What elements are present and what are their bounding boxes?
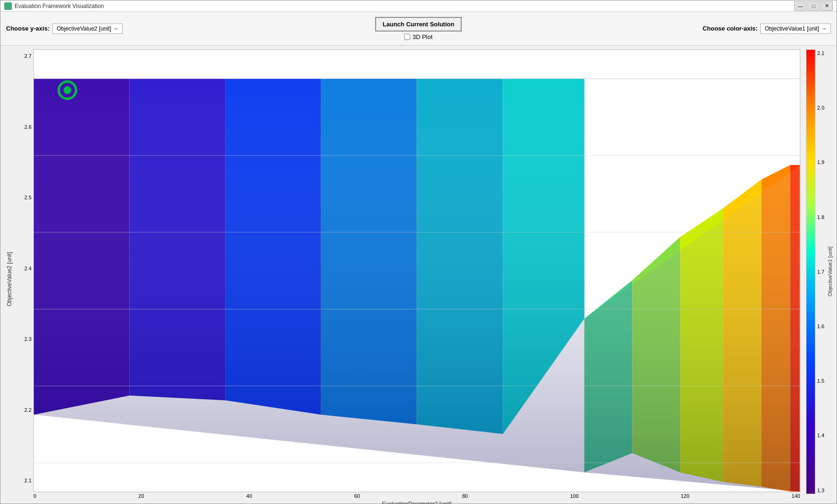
x-tick-60: 60 [354,493,360,499]
colorbar-section: 2.1 2.0 1.9 1.8 1.7 1.6 1.5 1.4 1.3 Obje… [806,49,833,494]
x-tick-0: 0 [33,493,36,499]
chart-plot-area[interactable] [33,49,800,492]
color-axis-dropdown[interactable]: ObjectiveValue1 [unit] → [760,24,831,34]
cb-label-1.9: 1.9 [817,159,824,165]
x-tick-80: 80 [462,493,468,499]
cb-label-1.6: 1.6 [817,323,824,329]
chart-svg [34,50,800,492]
chart-area: ObjectiveValue2 [unit] 2.7 2.6 2.5 2.4 2… [0,46,837,504]
color-axis-label: Choose color-axis: [703,25,758,32]
cb-label-1.8: 1.8 [817,214,824,220]
colorbar-title: ObjectiveValue1 [unit] [827,49,833,494]
x-tick-120: 120 [681,493,689,499]
color-axis-arrow: → [821,25,827,32]
colorbar [806,49,815,494]
color-axis-value: ObjectiveValue1 [unit] [765,25,819,32]
plot3d-label: 3D Plot [412,33,433,40]
colorbar-labels: 2.1 2.0 1.9 1.8 1.7 1.6 1.5 1.4 1.3 [815,49,826,494]
x-axis-title: EvaluationParameter2 [unit] [33,499,800,504]
plot3d-checkbox[interactable] [404,34,411,40]
launch-button[interactable]: Launch Current Solution [375,17,462,32]
chart-container: ObjectiveValue2 [unit] 2.7 2.6 2.5 2.4 2… [4,49,833,504]
minimize-button[interactable]: — [794,1,806,11]
y-tick-2.4: 2.4 [24,266,32,271]
y-tick-2.7: 2.7 [24,53,32,59]
x-tick-40: 40 [246,493,252,499]
y-axis-dropdown[interactable]: ObjectiveValue2 [unit] → [52,24,123,34]
y-axis-value: ObjectiveValue2 [unit] [56,25,111,32]
restore-button[interactable]: □ [807,1,820,11]
y-tick-2.1: 2.1 [24,478,32,483]
svg-point-34 [63,87,71,94]
y-axis-label: Choose y-axis: [6,25,49,32]
y-tick-2.3: 2.3 [24,336,32,342]
y-tick-labels: 2.7 2.6 2.5 2.4 2.3 2.2 2.1 [15,49,33,499]
y-tick-2.6: 2.6 [24,124,32,130]
cb-label-1.3: 1.3 [817,488,824,493]
color-axis-controls: Choose color-axis: ObjectiveValue1 [unit… [703,24,831,34]
x-tick-labels: 0 20 40 60 80 100 120 140 [33,492,800,499]
x-tick-140: 140 [791,493,800,499]
x-tick-20: 20 [138,493,144,499]
window-controls: — □ ✕ [794,1,833,11]
center-controls: Launch Current Solution 3D Plot [375,17,462,40]
y-tick-2.2: 2.2 [24,407,32,413]
app-icon [4,2,12,10]
plot3d-row: 3D Plot [404,33,433,40]
y-tick-2.5: 2.5 [24,195,32,200]
title-bar: Evaluation Framework Visualization — □ ✕ [0,0,837,12]
close-button[interactable]: ✕ [821,1,833,11]
top-toolbar: Choose y-axis: ObjectiveValue2 [unit] → … [0,12,837,46]
y-axis-title: ObjectiveValue2 [unit] [4,49,15,504]
cb-label-1.5: 1.5 [817,378,824,384]
y-axis-arrow: → [113,25,118,32]
window-title: Evaluation Framework Visualization [15,3,104,9]
cb-label-2.1: 2.1 [817,50,824,56]
cb-label-1.4: 1.4 [817,433,824,438]
y-axis-controls: Choose y-axis: ObjectiveValue2 [unit] → [6,24,123,34]
x-tick-100: 100 [570,493,578,499]
cb-label-2.0: 2.0 [817,105,824,110]
cb-label-1.7: 1.7 [817,269,824,275]
main-window: Evaluation Framework Visualization — □ ✕… [0,0,837,504]
